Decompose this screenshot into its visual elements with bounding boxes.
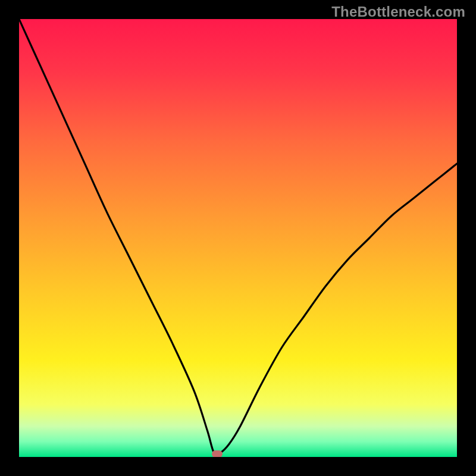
watermark-text: TheBottleneck.com bbox=[331, 4, 465, 20]
svg-rect-0 bbox=[19, 19, 457, 457]
background-gradient bbox=[19, 19, 457, 457]
optimal-point-marker bbox=[212, 450, 223, 457]
chart-frame: TheBottleneck.com bbox=[0, 0, 476, 476]
plot-area bbox=[19, 19, 457, 457]
